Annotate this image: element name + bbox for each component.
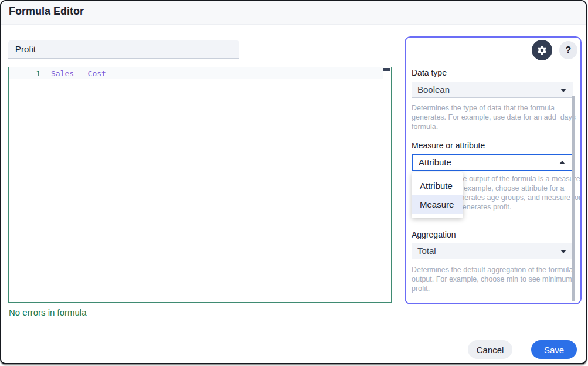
chevron-up-icon <box>559 161 565 164</box>
measure-attribute-dropdown-menu: Attribute Measure <box>412 172 463 218</box>
screen: Formula Editor 1 Sales - Cost No errors … <box>0 0 588 366</box>
data-type-help: Determines the type of data that the for… <box>412 103 582 131</box>
formula-code-text[interactable]: Sales - Cost <box>51 69 106 78</box>
dropdown-option-measure[interactable]: Measure <box>412 195 463 214</box>
chevron-down-icon <box>560 89 566 92</box>
aggregation-help: Determines the default aggregation of th… <box>412 265 582 293</box>
formula-settings-panel: ? Data type Boolean Determines the type … <box>405 36 582 304</box>
editor-scrollbar-track <box>383 67 383 302</box>
data-type-value: Boolean <box>417 84 450 94</box>
dropdown-option-attribute[interactable]: Attribute <box>412 177 463 195</box>
save-button[interactable]: Save <box>531 340 577 359</box>
formula-editor-dialog: Formula Editor 1 Sales - Cost No errors … <box>0 0 587 364</box>
cancel-button[interactable]: Cancel <box>468 340 512 359</box>
editor-scrollbar-thumb[interactable] <box>383 68 390 71</box>
page-title: Formula Editor <box>9 5 84 18</box>
measure-or-attribute-select[interactable]: Attribute <box>412 154 573 171</box>
aggregation-label: Aggregation <box>412 230 456 239</box>
aggregation-value: Total <box>417 246 436 256</box>
data-type-label: Data type <box>412 68 447 77</box>
panel-scrollbar-thumb[interactable] <box>572 96 575 301</box>
gear-icon <box>536 45 548 56</box>
data-type-select[interactable]: Boolean <box>412 82 573 98</box>
help-button[interactable]: ? <box>559 41 577 59</box>
measure-or-attribute-label: Measure or attribute <box>412 141 485 150</box>
formula-code-editor[interactable]: 1 Sales - Cost <box>8 67 392 303</box>
validation-status: No errors in formula <box>9 307 87 317</box>
settings-button[interactable] <box>532 40 552 60</box>
question-mark-icon: ? <box>566 45 572 55</box>
aggregation-select[interactable]: Total <box>412 243 573 259</box>
chevron-down-icon <box>560 250 566 253</box>
measure-or-attribute-value: Attribute <box>419 157 451 167</box>
dialog-header: Formula Editor <box>1 1 586 25</box>
formula-name-input[interactable] <box>8 40 239 59</box>
editor-line-number: 1 <box>9 69 40 78</box>
